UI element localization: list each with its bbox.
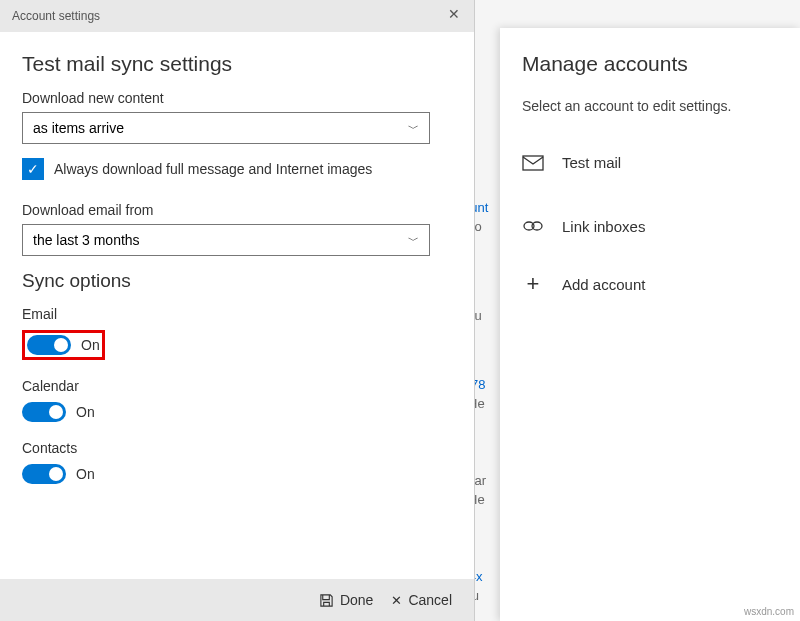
link-icon [522,217,544,235]
select-value: the last 3 months [33,232,140,248]
calendar-toggle-row: Calendar On [22,378,452,422]
account-settings-panel: Account settings ✕ Test mail sync settin… [0,0,475,621]
download-new-content-select[interactable]: as items arrive ﹀ [22,112,430,144]
email-toggle[interactable] [27,335,71,355]
contacts-toggle-row: Contacts On [22,440,452,484]
watermark: wsxdn.com [744,606,794,617]
link-inboxes-button[interactable]: Link inboxes [522,199,780,253]
panel-title: Account settings [12,9,100,23]
close-icon[interactable]: ✕ [444,6,464,26]
email-toggle-state: On [81,337,100,353]
cancel-label: Cancel [408,592,452,608]
manage-accounts-title: Manage accounts [522,52,780,76]
account-item-test-mail[interactable]: Test mail [522,142,780,199]
calendar-toggle-state: On [76,404,95,420]
calendar-toggle[interactable] [22,402,66,422]
download-email-from-label: Download email from [22,202,452,218]
manage-accounts-panel: Manage accounts Select an account to edi… [500,28,800,621]
contacts-toggle-label: Contacts [22,440,452,456]
email-toggle-row: Email On [22,306,452,360]
always-download-label: Always download full message and Interne… [54,161,372,177]
cancel-button[interactable]: ✕ Cancel [391,592,452,608]
chevron-down-icon: ﹀ [408,233,419,248]
calendar-toggle-label: Calendar [22,378,452,394]
select-value: as items arrive [33,120,124,136]
always-download-checkbox[interactable]: ✓ [22,158,44,180]
done-label: Done [340,592,373,608]
account-item-label: Test mail [562,154,621,171]
contacts-toggle[interactable] [22,464,66,484]
always-download-row[interactable]: ✓ Always download full message and Inter… [22,158,452,180]
link-inboxes-label: Link inboxes [562,218,645,235]
cancel-icon: ✕ [391,593,402,608]
mail-icon [522,155,544,171]
sync-settings-title: Test mail sync settings [22,52,452,76]
add-account-button[interactable]: + Add account [522,253,780,315]
email-highlight-box: On [22,330,105,360]
manage-accounts-subtitle: Select an account to edit settings. [522,98,780,114]
email-toggle-label: Email [22,306,452,322]
save-icon [319,593,334,608]
chevron-down-icon: ﹀ [408,121,419,136]
contacts-toggle-state: On [76,466,95,482]
panel-header: Account settings ✕ [0,0,474,32]
sync-options-title: Sync options [22,270,452,292]
download-new-content-label: Download new content [22,90,452,106]
download-email-from-select[interactable]: the last 3 months ﹀ [22,224,430,256]
panel-footer: Done ✕ Cancel [0,579,474,621]
plus-icon: + [522,271,544,297]
add-account-label: Add account [562,276,645,293]
svg-rect-0 [523,156,543,170]
panel-body: Test mail sync settings Download new con… [0,32,474,579]
done-button[interactable]: Done [319,592,373,608]
